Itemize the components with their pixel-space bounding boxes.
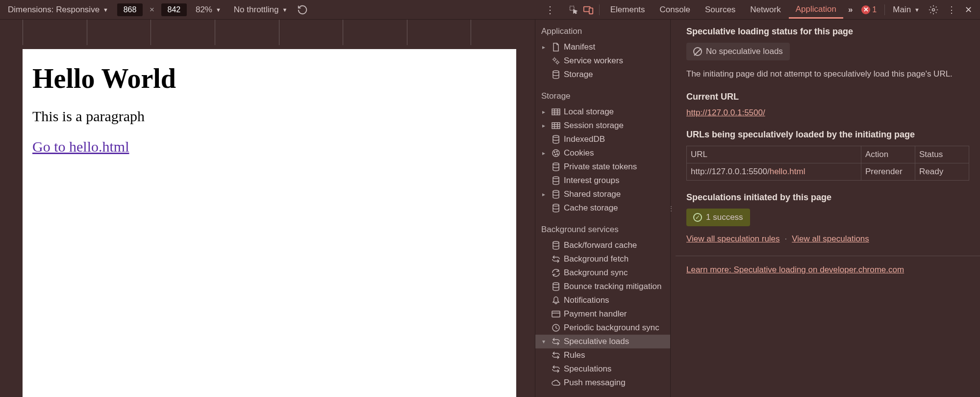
current-url-link[interactable]: http://127.0.0.1:5500/ bbox=[686, 108, 765, 117]
inspect-element-icon[interactable] bbox=[567, 3, 580, 17]
svg-point-9 bbox=[553, 135, 559, 137]
cookie-icon bbox=[551, 148, 561, 158]
tree-label: IndexedDB bbox=[564, 134, 605, 144]
database-icon bbox=[551, 189, 561, 199]
initiated-heading: Speculations initiated by this page bbox=[686, 192, 969, 203]
tree-item-back-forward[interactable]: ▸ Back/forward cache bbox=[535, 238, 670, 252]
chevron-right-icon: ▸ bbox=[542, 108, 548, 115]
learn-more-link[interactable]: Learn more: Speculative loading on devel… bbox=[686, 265, 904, 274]
zoom-dropdown[interactable]: 82% ▼ bbox=[192, 3, 225, 17]
devtools-menu-icon[interactable]: ⋮ bbox=[943, 4, 960, 15]
col-action[interactable]: Action bbox=[861, 146, 915, 163]
no-icon bbox=[693, 47, 702, 56]
tree-label: Cookies bbox=[564, 148, 594, 158]
tree-label: Back/forward cache bbox=[564, 240, 637, 250]
width-input[interactable] bbox=[117, 3, 143, 16]
check-icon: ✓ bbox=[693, 213, 702, 222]
tree-label: Background fetch bbox=[564, 254, 628, 264]
throttling-label: No throttling bbox=[234, 5, 279, 15]
chevron-right-icon: ▸ bbox=[542, 191, 548, 198]
tree-item-bg-sync[interactable]: ▸ Background sync bbox=[535, 266, 670, 280]
view-rules-link[interactable]: View all speculation rules bbox=[686, 234, 780, 244]
tree-label: Interest groups bbox=[564, 176, 619, 185]
dimensions-label: Dimensions: Responsive bbox=[8, 5, 100, 15]
svg-point-18 bbox=[553, 204, 559, 206]
svg-point-6 bbox=[553, 71, 559, 73]
close-devtools-icon[interactable]: ✕ bbox=[961, 4, 976, 15]
dimensions-dropdown[interactable]: Dimensions: Responsive ▼ bbox=[4, 3, 112, 17]
tree-label: Push messaging bbox=[564, 378, 626, 388]
rotate-icon[interactable] bbox=[296, 3, 309, 16]
col-url[interactable]: URL bbox=[687, 146, 861, 163]
more-tabs-icon[interactable]: » bbox=[844, 1, 856, 19]
tree-item-payment[interactable]: ▸ Payment handler bbox=[535, 307, 670, 321]
tree-item-session-storage[interactable]: ▸ Session storage bbox=[535, 119, 670, 132]
tree-item-bounce[interactable]: ▸ Bounce tracking mitigation bbox=[535, 280, 670, 293]
svg-rect-7 bbox=[552, 109, 560, 115]
tree-item-speculative-loads[interactable]: ▾ Speculative loads bbox=[535, 335, 670, 348]
tree-item-push[interactable]: ▸ Push messaging bbox=[535, 376, 670, 390]
tree-item-notifications[interactable]: ▸ Notifications bbox=[535, 293, 670, 307]
tree-item-private-state[interactable]: ▸ Private state tokens bbox=[535, 160, 670, 174]
error-count[interactable]: ✕ 1 bbox=[857, 5, 880, 14]
tree-item-rules[interactable]: Rules bbox=[535, 348, 670, 362]
tree-item-speculations[interactable]: Speculations bbox=[535, 362, 670, 376]
application-sidebar[interactable]: Application ▸ Manifest ▸ Service workers… bbox=[535, 20, 671, 397]
settings-icon[interactable] bbox=[925, 5, 942, 15]
throttling-dropdown[interactable]: No throttling ▼ bbox=[230, 3, 292, 17]
tree-item-indexeddb[interactable]: ▸ IndexedDB bbox=[535, 132, 670, 146]
tree-item-bg-fetch[interactable]: ▸ Background fetch bbox=[535, 252, 670, 266]
status-text: No speculative loads bbox=[706, 47, 783, 56]
chevron-right-icon: ▸ bbox=[542, 150, 548, 157]
dimension-separator: × bbox=[150, 5, 154, 15]
tree-label: Service workers bbox=[564, 56, 623, 66]
toolbar-divider bbox=[884, 4, 885, 15]
tree-item-storage[interactable]: ▸ Storage bbox=[535, 68, 670, 81]
page-link[interactable]: Go to hello.html bbox=[32, 138, 129, 155]
chevron-right-icon: ▸ bbox=[542, 122, 548, 129]
svg-point-17 bbox=[553, 190, 559, 192]
tab-sources[interactable]: Sources bbox=[698, 1, 742, 19]
tab-network[interactable]: Network bbox=[743, 1, 787, 19]
status-pill-success: ✓ 1 success bbox=[686, 209, 750, 226]
svg-point-15 bbox=[553, 163, 559, 165]
rendered-page[interactable]: Hello World This is a paragraph Go to he… bbox=[23, 49, 516, 397]
frame-selector[interactable]: Main ▼ bbox=[889, 3, 924, 17]
sync-icon bbox=[551, 364, 561, 374]
sync-icon bbox=[551, 337, 561, 346]
table-row[interactable]: http://127.0.0.1:5500/hello.html Prerend… bbox=[687, 163, 969, 180]
tree-item-periodic[interactable]: ▸ Periodic background sync bbox=[535, 321, 670, 335]
tree-item-service-workers[interactable]: ▸ Service workers bbox=[535, 54, 670, 68]
height-input[interactable] bbox=[161, 3, 187, 16]
svg-point-20 bbox=[553, 283, 559, 285]
svg-rect-2 bbox=[589, 8, 593, 14]
tree-item-interest-groups[interactable]: ▸ Interest groups bbox=[535, 174, 670, 187]
tree-item-local-storage[interactable]: ▸ Local storage bbox=[535, 105, 670, 119]
cloud-icon bbox=[551, 378, 561, 388]
separator: · bbox=[785, 234, 787, 244]
tree-item-manifest[interactable]: ▸ Manifest bbox=[535, 40, 670, 54]
col-status[interactable]: Status bbox=[915, 146, 969, 163]
tab-application[interactable]: Application bbox=[789, 0, 843, 19]
panel-splitter[interactable]: ⋮⋮ bbox=[671, 20, 676, 397]
page-heading: Hello World bbox=[32, 63, 506, 94]
error-count-value: 1 bbox=[872, 5, 877, 14]
tab-console[interactable]: Console bbox=[653, 1, 697, 19]
tree-item-cookies[interactable]: ▸ Cookies bbox=[535, 146, 670, 160]
svg-point-16 bbox=[553, 177, 559, 179]
tree-item-cache-storage[interactable]: ▸ Cache storage bbox=[535, 201, 670, 215]
device-toolbar-menu[interactable]: ⋮ bbox=[545, 4, 555, 16]
page-paragraph: This is a paragraph bbox=[32, 108, 506, 125]
card-icon bbox=[551, 309, 561, 319]
tab-elements[interactable]: Elements bbox=[603, 1, 652, 19]
database-icon bbox=[551, 70, 561, 79]
tree-item-shared-storage[interactable]: ▸ Shared storage bbox=[535, 187, 670, 201]
refresh-icon bbox=[551, 268, 561, 278]
details-pane: Speculative loading status for this page… bbox=[676, 20, 980, 397]
gears-icon bbox=[551, 56, 561, 66]
tree-label: Periodic background sync bbox=[564, 323, 659, 333]
error-icon: ✕ bbox=[861, 5, 870, 14]
device-toggle-icon[interactable] bbox=[581, 3, 595, 17]
tree-label: Shared storage bbox=[564, 189, 621, 199]
view-speculations-link[interactable]: View all speculations bbox=[792, 234, 869, 244]
